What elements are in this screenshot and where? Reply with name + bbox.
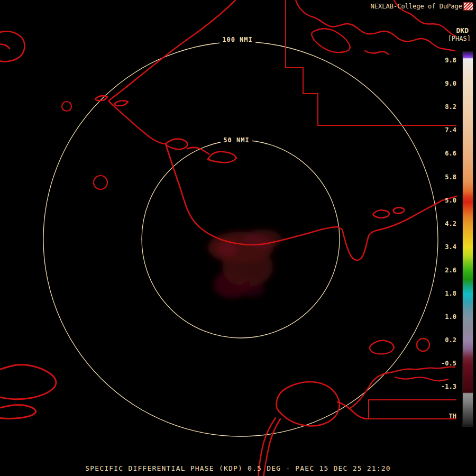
radar-echoes xyxy=(208,230,282,298)
southeast-features xyxy=(350,338,455,408)
west-island-paths xyxy=(0,365,56,419)
small-island-circles xyxy=(62,102,107,189)
product-code-label: DKD xyxy=(456,26,469,34)
coastline-paths xyxy=(95,0,456,260)
south-shore-paths xyxy=(258,382,369,476)
product-caption: SPECIFIC DIFFERENTIAL PHASE (KDP) 0.5 DE… xyxy=(85,464,391,472)
source-title: NEXLAB-College of DuPage xyxy=(371,3,462,10)
range-ring-label-100nmi: 100 NMI xyxy=(219,36,255,43)
colorbar xyxy=(462,51,473,427)
product-units-label: [PHAS] xyxy=(448,35,471,42)
colorbar-threshold-label: TH xyxy=(449,413,456,420)
nexlab-logo-icon xyxy=(463,2,473,11)
northwest-island-paths xyxy=(0,31,25,61)
map-canvas xyxy=(0,0,476,476)
range-ring-label-50nmi: 50 NMI xyxy=(221,136,252,144)
radar-display: 100 NMI 50 NMI NEXLAB-College of DuPage … xyxy=(0,0,476,476)
boundary-lines xyxy=(286,0,456,419)
